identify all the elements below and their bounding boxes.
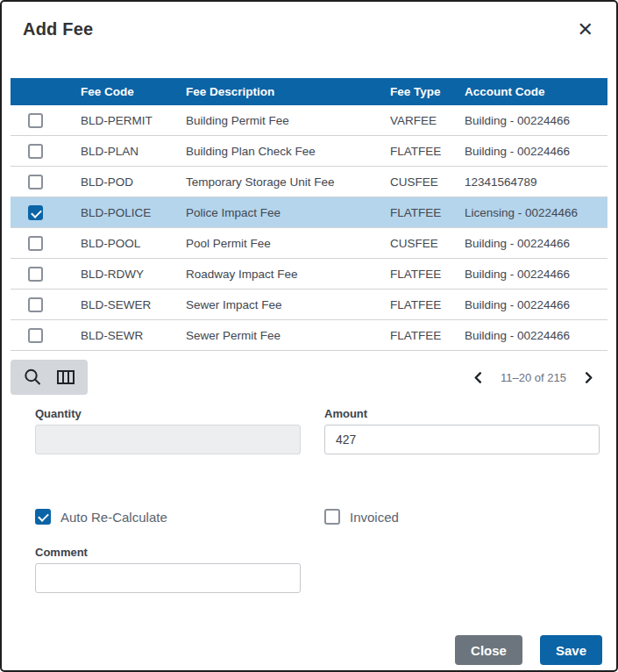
fee-description-cell: Sewer Impact Fee (186, 298, 390, 311)
row-checkbox-cell (11, 205, 81, 220)
invoiced-checkbox[interactable] (324, 509, 340, 525)
table-row[interactable]: BLD-SEWER Sewer Impact Fee FLATFEE Build… (11, 290, 607, 320)
row-checkbox[interactable] (28, 267, 43, 282)
auto-recalculate-label: Auto Re-Calculate (60, 510, 167, 525)
fee-code-cell: BLD-SEWR (81, 329, 186, 342)
dialog-header: Add Fee ✕ (2, 2, 616, 40)
close-icon[interactable]: ✕ (574, 19, 597, 40)
auto-recalculate-group: Auto Re-Calculate (35, 508, 301, 525)
row-checkbox[interactable] (28, 236, 43, 251)
fee-table: Fee Code Fee Description Fee Type Accoun… (11, 78, 607, 351)
next-page-icon[interactable] (582, 371, 595, 384)
invoiced-group: Invoiced (324, 508, 600, 525)
account-code-cell: Building - 00224466 (465, 114, 607, 127)
row-checkbox-cell (11, 297, 81, 312)
row-checkbox[interactable] (28, 205, 43, 220)
account-code-cell: Building - 00224466 (465, 329, 607, 342)
account-code-cell: Building - 00224466 (465, 145, 607, 158)
pagination: 11–20 of 215 (472, 371, 595, 384)
amount-field-group: Amount (324, 407, 600, 454)
column-header-account-code: Account Code (465, 85, 607, 98)
add-fee-dialog: Add Fee ✕ Fee Code Fee Description Fee T… (0, 0, 618, 672)
row-checkbox-cell (11, 267, 81, 282)
fee-form: Quantity Amount Auto Re-Calculate Invoic… (2, 395, 616, 593)
fee-table-header: Fee Code Fee Description Fee Type Accoun… (11, 78, 607, 105)
comment-label: Comment (35, 546, 301, 559)
table-row[interactable]: BLD-POLICE Police Impact Fee FLATFEE Lic… (11, 197, 607, 228)
table-row[interactable]: BLD-POOL Pool Permit Fee CUSFEE Building… (11, 228, 607, 259)
table-row[interactable]: BLD-SEWR Sewer Permit Fee FLATFEE Buildi… (11, 320, 607, 351)
fee-type-cell: VARFEE (390, 114, 465, 127)
row-checkbox-cell (11, 328, 81, 343)
fee-description-cell: Roadway Impact Fee (186, 268, 390, 281)
row-checkbox[interactable] (28, 175, 43, 189)
table-row[interactable]: BLD-RDWY Roadway Impact Fee FLATFEE Buil… (11, 259, 607, 290)
fee-code-cell: BLD-PERMIT (81, 114, 186, 127)
quantity-input (35, 425, 301, 454)
quantity-field-group: Quantity (35, 407, 301, 454)
fee-description-cell: Building Plan Check Fee (186, 145, 390, 158)
fee-type-cell: FLATFEE (390, 268, 465, 281)
row-checkbox-cell (11, 236, 81, 251)
account-code-cell: 12341564789 (465, 175, 607, 189)
fee-description-cell: Pool Permit Fee (186, 237, 390, 250)
search-icon[interactable] (19, 364, 46, 390)
row-checkbox[interactable] (28, 144, 43, 159)
dialog-title: Add Fee (23, 19, 93, 39)
fee-type-cell: CUSFEE (390, 175, 465, 189)
comment-input[interactable] (35, 563, 301, 593)
fee-type-cell: FLATFEE (390, 206, 465, 219)
account-code-cell: Building - 00224466 (465, 298, 607, 311)
fee-code-cell: BLD-POD (81, 175, 186, 189)
amount-label: Amount (324, 407, 600, 420)
close-button[interactable]: Close (455, 635, 522, 665)
fee-code-cell: BLD-PLAN (81, 145, 186, 158)
previous-page-icon[interactable] (472, 371, 485, 384)
dialog-footer: Close Save (455, 635, 602, 665)
fee-type-cell: FLATFEE (390, 298, 465, 311)
fee-type-cell: FLATFEE (390, 145, 465, 158)
column-header-fee-type: Fee Type (390, 85, 465, 98)
account-code-cell: Building - 00224466 (465, 268, 607, 281)
row-checkbox-cell (11, 144, 81, 159)
table-row[interactable]: BLD-PERMIT Building Permit Fee VARFEE Bu… (11, 105, 607, 136)
row-checkbox[interactable] (28, 297, 43, 312)
auto-recalculate-checkbox[interactable] (35, 509, 51, 525)
fee-description-cell: Temporary Storage Unit Fee (186, 175, 390, 189)
column-header-fee-description: Fee Description (186, 85, 390, 98)
table-row[interactable]: BLD-POD Temporary Storage Unit Fee CUSFE… (11, 167, 607, 197)
fee-code-cell: BLD-RDWY (81, 268, 186, 281)
fee-table-body: BLD-PERMIT Building Permit Fee VARFEE Bu… (11, 105, 607, 351)
fee-code-cell: BLD-POLICE (81, 206, 186, 219)
save-button[interactable]: Save (540, 635, 602, 665)
table-footer: 11–20 of 215 (11, 360, 607, 395)
row-checkbox[interactable] (28, 113, 43, 128)
row-checkbox[interactable] (28, 328, 43, 343)
fee-code-cell: BLD-SEWER (81, 298, 186, 311)
columns-icon[interactable] (53, 364, 79, 390)
account-code-cell: Licensing - 00224466 (465, 206, 607, 219)
column-header-fee-code: Fee Code (81, 85, 186, 98)
invoiced-label: Invoiced (350, 510, 399, 525)
table-row[interactable]: BLD-PLAN Building Plan Check Fee FLATFEE… (11, 136, 607, 167)
fee-type-cell: FLATFEE (390, 329, 465, 342)
grid-toolbar (11, 360, 88, 395)
fee-type-cell: CUSFEE (390, 237, 465, 250)
fee-description-cell: Police Impact Fee (186, 206, 390, 219)
account-code-cell: Building - 00224466 (465, 237, 607, 250)
row-checkbox-cell (11, 113, 81, 128)
amount-input[interactable] (324, 425, 600, 454)
fee-description-cell: Building Permit Fee (186, 114, 390, 127)
fee-code-cell: BLD-POOL (81, 237, 186, 250)
fee-description-cell: Sewer Permit Fee (186, 329, 390, 342)
row-checkbox-cell (11, 175, 81, 189)
comment-field-group: Comment (35, 546, 301, 593)
quantity-label: Quantity (35, 407, 301, 420)
page-range-label: 11–20 of 215 (501, 371, 566, 384)
